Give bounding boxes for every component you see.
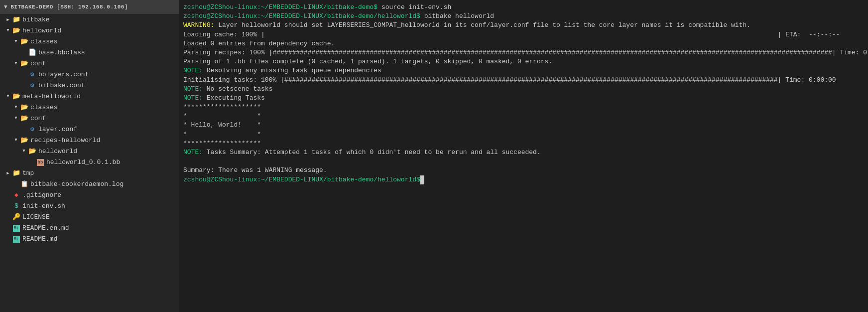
tree-label-meta-helloworld: meta-helloworld: [22, 93, 81, 100]
file-tree: ▶ 📁 bitbake ▼ 📂 helloworld ▼ 📂 classes 📄…: [0, 14, 179, 244]
tree-item-conf[interactable]: ▼ 📂 conf: [0, 58, 179, 69]
terminal-line: NOTE: Resolving any missing task queue d…: [183, 66, 864, 75]
tree-icon-bitbake-cookerdaemon.log: 📋: [20, 180, 29, 188]
tree-item-.gitignore[interactable]: ◆ .gitignore: [0, 189, 179, 200]
tree-item-base.bbclass[interactable]: 📄 base.bbclass: [0, 47, 179, 58]
tree-item-classes2[interactable]: ▼ 📂 classes: [0, 102, 179, 113]
tree-item-README.md[interactable]: M↓ README.md: [0, 233, 179, 244]
tree-icon-tmp: 📁: [12, 169, 21, 177]
terminal-line: ********************: [183, 139, 864, 148]
tree-item-conf2[interactable]: ▼ 📂 conf: [0, 113, 179, 124]
sidebar-title: BITBAKE-DEMO [SSH: 192.168.0.106]: [10, 4, 128, 10]
terminal-line: * *: [183, 130, 864, 139]
terminal-line: NOTE: Executing Tasks: [183, 94, 864, 103]
tree-icon-conf: 📂: [20, 59, 29, 67]
tree-label-README.md: README.md: [22, 235, 57, 243]
terminal-line: NOTE: No setscene tasks: [183, 85, 864, 94]
tree-icon-init-env.sh: $: [12, 202, 21, 210]
tree-label-bitbake: bitbake: [22, 16, 50, 23]
tree-item-meta-helloworld[interactable]: ▼ 📂 meta-helloworld: [0, 91, 179, 102]
terminal-line: * *: [183, 112, 864, 121]
tree-label-helloworld: helloworld: [22, 27, 61, 34]
terminal-line: NOTE: Tasks Summary: Attempted 1 tasks o…: [183, 148, 864, 157]
terminal-line: Parsing recipes: 100% |#################…: [183, 48, 864, 57]
tree-icon-base.bbclass: 📄: [28, 48, 37, 56]
tree-label-classes: classes: [30, 38, 58, 45]
tree-label-helloworld2: helloworld: [38, 148, 77, 155]
tree-label-bblayers.conf: bblayers.conf: [38, 71, 89, 78]
terminal-line: Initialising tasks: 100% |##############…: [183, 76, 864, 85]
tree-label-bitbake.conf: bitbake.conf: [38, 82, 85, 89]
tree-item-recipes-helloworld[interactable]: ▼ 📂 recipes-helloworld: [0, 135, 179, 146]
tree-label-tmp: tmp: [22, 169, 34, 177]
tree-label-.gitignore: .gitignore: [22, 191, 61, 199]
tree-icon-LICENSE: 🔑: [12, 213, 21, 221]
tree-icon-helloworld2: 📂: [28, 147, 37, 155]
tree-icon-recipes-helloworld: 📂: [20, 136, 29, 144]
terminal-line: Loading cache: 100% | | ETA: --:--:--: [183, 30, 864, 39]
tree-icon-classes: 📂: [20, 37, 29, 45]
tree-icon-layer.conf: ⚙: [28, 125, 37, 133]
ssh-icon: ▼: [4, 4, 7, 10]
tree-icon-classes2: 📂: [20, 103, 29, 111]
tree-item-bitbake.conf[interactable]: ⚙ bitbake.conf: [0, 80, 179, 91]
terminal-panel[interactable]: zcshou@ZCShou-linux:~/EMBEDDED-LINUX/bit…: [179, 0, 868, 312]
tree-icon-conf2: 📂: [20, 114, 29, 122]
tree-label-README.en.md: README.en.md: [22, 224, 69, 232]
tree-item-bitbake[interactable]: ▶ 📁 bitbake: [0, 14, 179, 25]
terminal-line: zcshou@ZCShou-linux:~/EMBEDDED-LINUX/bit…: [183, 175, 864, 184]
terminal-line: zcshou@ZCShou-linux:~/EMBEDDED-LINUX/bit…: [183, 3, 864, 12]
tree-label-layer.conf: layer.conf: [38, 126, 77, 133]
tree-icon-bblayers.conf: ⚙: [28, 70, 37, 78]
sidebar: ▼ BITBAKE-DEMO [SSH: 192.168.0.106] ▶ 📁 …: [0, 0, 179, 312]
tree-label-LICENSE: LICENSE: [22, 213, 50, 221]
tree-icon-bitbake.conf: ⚙: [28, 81, 37, 89]
tree-item-LICENSE[interactable]: 🔑 LICENSE: [0, 211, 179, 222]
tree-label-conf: conf: [30, 60, 46, 67]
tree-icon-.gitignore: ◆: [12, 191, 21, 199]
tree-item-layer.conf[interactable]: ⚙ layer.conf: [0, 124, 179, 135]
tree-item-tmp[interactable]: ▶ 📁 tmp: [0, 167, 179, 178]
tree-label-conf2: conf: [30, 115, 46, 122]
tree-label-classes2: classes: [30, 104, 58, 111]
terminal-line: zcshou@ZCShou-linux:~/EMBEDDED-LINUX/bit…: [183, 12, 864, 21]
tree-icon-helloworld_0.0.1.bb: bb: [36, 158, 45, 166]
sidebar-header: ▼ BITBAKE-DEMO [SSH: 192.168.0.106]: [0, 0, 179, 14]
tree-item-classes[interactable]: ▼ 📂 classes: [0, 36, 179, 47]
tree-icon-README.en.md: M↓: [12, 224, 21, 232]
tree-item-helloworld2[interactable]: ▼ 📂 helloworld: [0, 146, 179, 156]
terminal-line: WARNING: Layer helloworld should set LAY…: [183, 21, 864, 30]
terminal-line: ********************: [183, 103, 864, 112]
tree-item-helloworld_0.0.1.bb[interactable]: bb helloworld_0.0.1.bb: [0, 156, 179, 167]
tree-label-bitbake-cookerdaemon.log: bitbake-cookerdaemon.log: [30, 180, 124, 188]
tree-label-init-env.sh: init-env.sh: [22, 202, 65, 210]
tree-item-init-env.sh[interactable]: $ init-env.sh: [0, 200, 179, 211]
terminal-line: Summary: There was 1 WARNING message.: [183, 166, 864, 175]
tree-item-helloworld[interactable]: ▼ 📂 helloworld: [0, 25, 179, 36]
tree-icon-helloworld: 📂: [12, 26, 21, 34]
tree-label-helloworld_0.0.1.bb: helloworld_0.0.1.bb: [46, 158, 120, 166]
tree-item-README.en.md[interactable]: M↓ README.en.md: [0, 222, 179, 233]
terminal-line: Parsing of 1 .bb files complete (0 cache…: [183, 57, 864, 66]
terminal-line: * Hello, World! *: [183, 121, 864, 130]
tree-icon-README.md: M↓: [12, 235, 21, 243]
tree-icon-meta-helloworld: 📂: [12, 92, 21, 100]
tree-label-base.bbclass: base.bbclass: [38, 49, 85, 56]
terminal-line: [183, 157, 864, 166]
tree-icon-bitbake: 📁: [12, 15, 21, 23]
terminal-line: Loaded 0 entries from dependency cache.: [183, 39, 864, 48]
tree-item-bitbake-cookerdaemon.log[interactable]: 📋 bitbake-cookerdaemon.log: [0, 178, 179, 189]
tree-item-bblayers.conf[interactable]: ⚙ bblayers.conf: [0, 69, 179, 80]
tree-label-recipes-helloworld: recipes-helloworld: [30, 137, 100, 144]
